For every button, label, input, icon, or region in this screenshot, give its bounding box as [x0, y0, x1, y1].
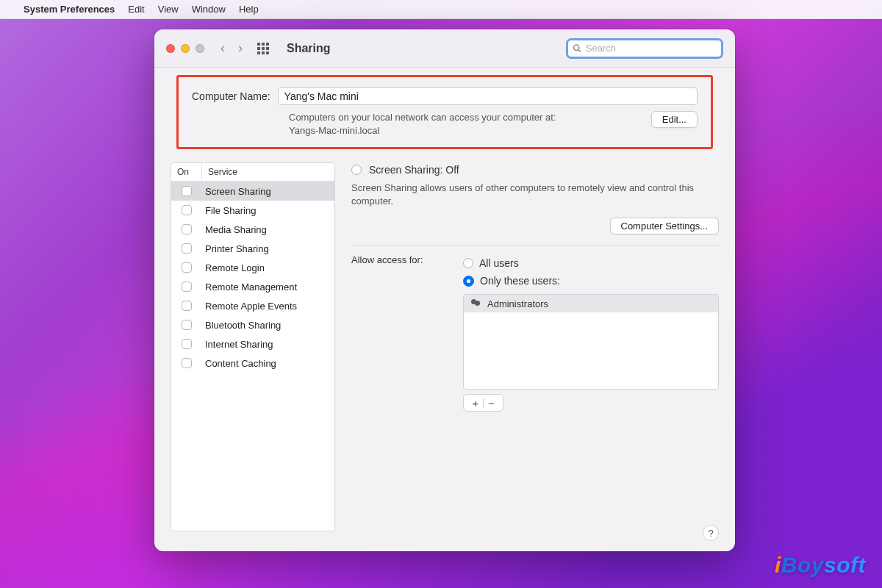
help-button[interactable]: ?	[703, 525, 719, 541]
service-checkbox[interactable]	[182, 320, 192, 330]
search-icon	[573, 43, 581, 53]
divider	[351, 245, 719, 245]
access-label: Allow access for:	[351, 254, 454, 412]
window-body: Computer Name: Computers on your local n…	[154, 68, 735, 551]
user-row[interactable]: Administrators	[464, 295, 718, 312]
service-name: File Sharing	[202, 205, 334, 216]
service-name: Remote Management	[202, 282, 334, 293]
radio-all-users[interactable]	[463, 258, 473, 268]
service-row[interactable]: Media Sharing	[171, 220, 334, 239]
watermark-logo: iBoysoft	[775, 553, 866, 578]
service-checkbox[interactable]	[182, 243, 192, 254]
service-row[interactable]: Content Caching	[171, 354, 334, 373]
menu-view[interactable]: View	[158, 4, 179, 15]
user-name: Administrators	[487, 298, 548, 309]
zoom-button[interactable]	[196, 44, 204, 53]
preferences-window: ‹ › Sharing Computer Name: Computers on …	[154, 29, 735, 551]
service-checkbox[interactable]	[182, 358, 192, 368]
service-name: Remote Login	[202, 262, 334, 273]
nav-arrows: ‹ ›	[220, 40, 243, 56]
service-checkbox[interactable]	[182, 186, 192, 196]
menubar: System Preferences Edit View Window Help	[0, 0, 882, 19]
forward-button[interactable]: ›	[238, 40, 243, 56]
page-title: Sharing	[287, 42, 331, 55]
svg-point-0	[573, 45, 578, 50]
services-header: On Service	[171, 163, 334, 182]
service-name: Remote Apple Events	[202, 301, 334, 312]
radio-only-these[interactable]	[463, 276, 474, 287]
service-name: Content Caching	[202, 358, 334, 369]
service-row[interactable]: Internet Sharing	[171, 334, 334, 354]
show-all-icon[interactable]	[257, 43, 269, 54]
service-checkbox[interactable]	[182, 205, 192, 215]
minimize-button[interactable]	[181, 44, 190, 53]
users-group-icon	[470, 299, 481, 308]
app-menu[interactable]: System Preferences	[24, 4, 115, 15]
service-row[interactable]: Printer Sharing	[171, 239, 334, 258]
menu-help[interactable]: Help	[239, 4, 259, 15]
service-name: Media Sharing	[202, 224, 334, 235]
computer-name-hint: Computers on your local network can acce…	[289, 111, 639, 137]
service-checkbox[interactable]	[182, 301, 192, 311]
computer-name-section: Computer Name: Computers on your local n…	[176, 75, 713, 149]
window-titlebar: ‹ › Sharing	[154, 29, 735, 68]
service-row[interactable]: Remote Apple Events	[171, 296, 334, 315]
add-remove-control: + −	[463, 394, 503, 412]
col-service: Service	[202, 163, 334, 181]
edit-hostname-button[interactable]: Edit...	[651, 111, 698, 128]
menu-window[interactable]: Window	[192, 4, 226, 15]
computer-settings-button[interactable]: Computer Settings...	[610, 218, 720, 234]
services-table: On Service Screen SharingFile SharingMed…	[171, 162, 335, 531]
service-detail: Screen Sharing: Off Screen Sharing allow…	[351, 162, 719, 531]
service-checkbox[interactable]	[182, 224, 192, 234]
service-row[interactable]: File Sharing	[171, 201, 334, 220]
access-only-these-row[interactable]: Only these users:	[463, 272, 719, 290]
service-row[interactable]: Remote Login	[171, 258, 334, 277]
add-user-button[interactable]: +	[472, 397, 478, 409]
search-field-wrap[interactable]	[566, 38, 723, 59]
add-remove-divider	[483, 398, 484, 408]
service-row[interactable]: Remote Management	[171, 277, 334, 296]
service-checkbox[interactable]	[182, 262, 192, 273]
service-name: Internet Sharing	[202, 339, 334, 350]
back-button[interactable]: ‹	[220, 40, 225, 56]
service-name: Screen Sharing	[202, 186, 334, 197]
service-checkbox[interactable]	[182, 339, 192, 349]
service-row[interactable]: Screen Sharing	[171, 182, 334, 201]
access-all-users-row[interactable]: All users	[463, 254, 719, 272]
service-checkbox[interactable]	[182, 282, 192, 292]
remove-user-button[interactable]: −	[488, 397, 495, 409]
allowed-users-list[interactable]: Administrators	[463, 294, 719, 390]
window-controls	[166, 44, 204, 53]
menu-edit[interactable]: Edit	[128, 4, 144, 15]
service-row[interactable]: Bluetooth Sharing	[171, 315, 334, 334]
svg-line-1	[578, 50, 581, 52]
service-name: Printer Sharing	[202, 243, 334, 254]
computer-name-input[interactable]	[278, 87, 698, 105]
col-on: On	[171, 163, 202, 181]
service-description: Screen Sharing allows users of other com…	[351, 182, 719, 207]
close-button[interactable]	[166, 44, 175, 53]
computer-name-label: Computer Name:	[192, 90, 270, 102]
access-only-these-label: Only these users:	[480, 275, 560, 287]
search-input[interactable]	[586, 43, 717, 54]
service-enable-toggle[interactable]	[351, 165, 362, 175]
service-name: Bluetooth Sharing	[202, 320, 334, 331]
service-status-title: Screen Sharing: Off	[369, 164, 459, 176]
access-all-users-label: All users	[479, 257, 519, 269]
